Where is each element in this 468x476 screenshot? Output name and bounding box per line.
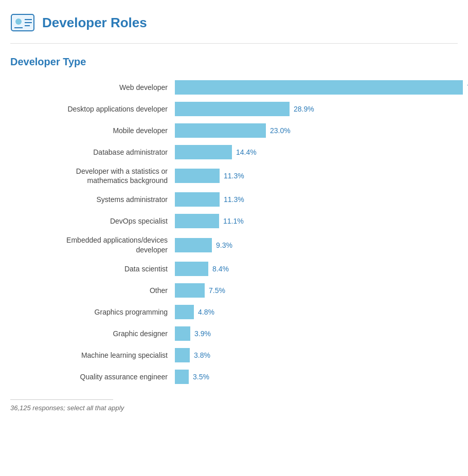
bar [175, 262, 208, 276]
bar-label: Web developer [15, 83, 175, 92]
chart-row: Embedded applications/devicesdeveloper 9… [15, 235, 453, 254]
chart-row: Desktop applications developer 28.9% [15, 102, 453, 116]
bar [175, 102, 290, 116]
bar [175, 192, 220, 207]
bar-label: Database administrator [15, 148, 175, 157]
bar-label: Systems administrator [15, 195, 175, 204]
bar-area: 14.4% [175, 145, 453, 159]
bar-value: 11.3% [224, 195, 244, 204]
bar-label: Developer with a statistics ormathematic… [15, 167, 175, 185]
bar-label: Desktop applications developer [15, 104, 175, 114]
chart-row: Data scientist 8.4% [15, 262, 453, 276]
bar-area: 3.5% [175, 370, 453, 384]
bar-value: 23.0% [270, 126, 291, 135]
section-title: Developer Type [10, 56, 458, 68]
page-header: Developer Roles [10, 10, 458, 44]
chart-row: DevOps specialist 11.1% [15, 214, 453, 228]
bar-value: 8.4% [212, 265, 229, 273]
bar-label: Machine learning specialist [15, 351, 175, 360]
bar-label: Graphic designer [15, 329, 175, 338]
bar-area: 72.6% [175, 80, 468, 95]
bar-value: 3.5% [193, 373, 209, 381]
bar-label: Graphics programming [15, 307, 175, 317]
bar-area: 7.5% [175, 283, 453, 298]
chart-row: Mobile developer 23.0% [15, 123, 453, 138]
bar [175, 305, 194, 319]
chart-row: Graphic designer 3.9% [15, 326, 453, 341]
svg-point-1 [15, 19, 22, 25]
bar [175, 80, 463, 95]
bar-label: Mobile developer [15, 126, 175, 135]
chart-row: Web developer 72.6% [15, 80, 453, 95]
bar-area: 3.8% [175, 348, 453, 362]
bar-value: 9.3% [216, 241, 232, 249]
bar-area: 4.8% [175, 305, 453, 319]
bar-label: Quality assurance engineer [15, 372, 175, 381]
bar-value: 14.4% [236, 148, 257, 156]
bar [175, 238, 212, 252]
page-title: Developer Roles [42, 15, 147, 31]
chart-row: Graphics programming 4.8% [15, 305, 453, 319]
bar-value: 28.9% [294, 105, 314, 113]
bar-area: 11.3% [175, 169, 453, 183]
bar [175, 123, 266, 138]
bar-area: 23.0% [175, 123, 453, 138]
bar-label: Data scientist [15, 264, 175, 273]
bar-area: 11.1% [175, 214, 453, 228]
bar-area: 28.9% [175, 102, 453, 116]
bar [175, 370, 189, 384]
footer-divider [10, 399, 113, 400]
chart-row: Systems administrator 11.3% [15, 192, 453, 207]
bar-area: 3.9% [175, 326, 453, 341]
bar-chart: Web developer 72.6% Desktop applications… [10, 80, 458, 384]
bar-area: 8.4% [175, 262, 453, 276]
bar-value: 11.3% [224, 172, 244, 180]
bar-label: DevOps specialist [15, 216, 175, 226]
chart-row: Database administrator 14.4% [15, 145, 453, 159]
bar [175, 348, 190, 362]
chart-row: Machine learning specialist 3.8% [15, 348, 453, 362]
bar-value: 7.5% [209, 286, 225, 295]
bar-value: 3.8% [194, 351, 210, 359]
developer-roles-icon [10, 10, 35, 35]
bar [175, 145, 232, 159]
bar [175, 326, 190, 341]
bar-label: Embedded applications/devicesdeveloper [15, 235, 175, 254]
bar-area: 11.3% [175, 192, 453, 207]
bar-value: 3.9% [194, 329, 211, 338]
footer-note: 36,125 responses; select all that apply [10, 404, 458, 412]
chart-row: Quality assurance engineer 3.5% [15, 370, 453, 384]
bar [175, 214, 219, 228]
bar-area: 9.3% [175, 238, 453, 252]
bar-value: 4.8% [198, 308, 214, 316]
bar-label: Other [15, 286, 175, 295]
bar [175, 283, 205, 298]
chart-row: Developer with a statistics ormathematic… [15, 167, 453, 185]
chart-row: Other 7.5% [15, 283, 453, 298]
bar [175, 169, 220, 183]
bar-value: 11.1% [223, 217, 244, 225]
